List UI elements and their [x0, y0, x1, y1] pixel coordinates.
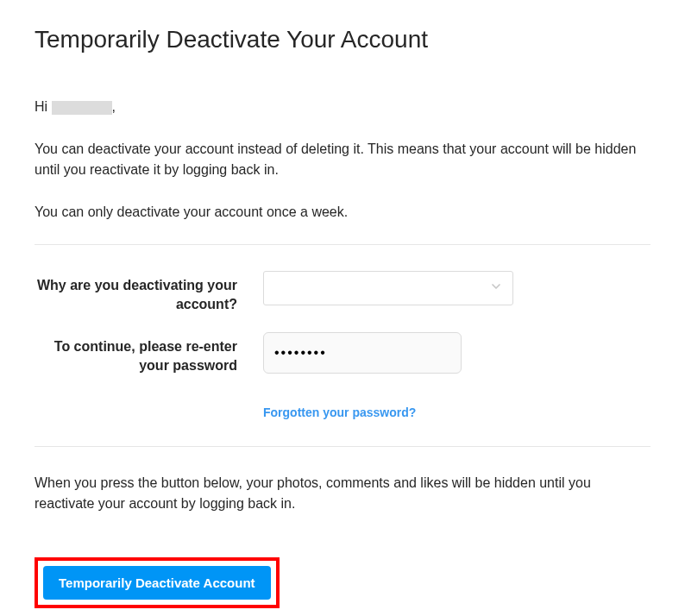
reason-label: Why are you deactivating your account?: [35, 271, 263, 315]
greeting-prefix: Hi: [35, 99, 52, 114]
page-title: Temporarily Deactivate Your Account: [35, 26, 650, 53]
highlight-annotation: Temporarily Deactivate Account: [35, 557, 280, 608]
divider-top: [35, 244, 650, 245]
intro-paragraph-2: You can only deactivate your account onc…: [35, 202, 650, 223]
form-section: Why are you deactivating your account? T…: [35, 262, 650, 429]
username-redacted: [52, 101, 112, 115]
password-input[interactable]: [263, 332, 462, 374]
greeting-line: Hi ,: [35, 97, 650, 117]
divider-bottom: [35, 446, 650, 447]
greeting-suffix: ,: [112, 99, 116, 114]
forgot-password-link[interactable]: Forgotten your password?: [263, 405, 416, 419]
reason-select[interactable]: [263, 271, 513, 305]
intro-paragraph-1: You can deactivate your account instead …: [35, 139, 650, 180]
deactivate-button[interactable]: Temporarily Deactivate Account: [43, 566, 271, 600]
password-label: To continue, please re-enter your passwo…: [35, 332, 263, 376]
footer-section: When you press the button below, your ph…: [35, 473, 650, 608]
footer-note: When you press the button below, your ph…: [35, 473, 650, 514]
